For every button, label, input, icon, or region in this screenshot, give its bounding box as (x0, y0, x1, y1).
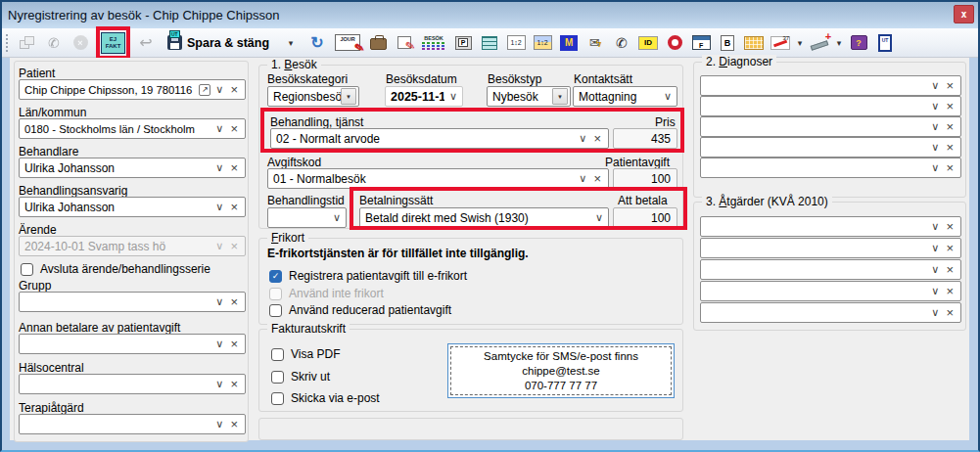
checkbox-checked-icon[interactable]: ✓ (269, 270, 282, 283)
clear-icon[interactable]: × (230, 338, 238, 350)
clear-icon[interactable]: × (946, 263, 954, 276)
checkbox-registrera-efrikort[interactable]: ✓ Registrera patientavgift till e-frikor… (269, 269, 467, 283)
schedule-grid-icon[interactable] (743, 31, 765, 55)
clear-icon[interactable]: × (230, 161, 238, 174)
clear-icon[interactable]: × (946, 161, 954, 174)
clear-icon[interactable]: × (230, 295, 238, 308)
chevron-down-icon[interactable]: ∨ (215, 161, 223, 174)
cancel-icon[interactable]: × (70, 31, 91, 55)
behandlare-combo[interactable]: Ulrika Johansson ∨ × (19, 158, 246, 178)
checkbox-visa-pdf[interactable]: Visa PDF (271, 347, 340, 361)
chevron-down-icon[interactable]: ∨ (931, 100, 939, 113)
clear-icon[interactable]: × (946, 285, 954, 297)
chevron-down-icon[interactable]: ∨ (931, 306, 939, 319)
send-message-icon[interactable]: ✉ϟ (584, 31, 606, 55)
chevron-down-icon[interactable]: ∨ (931, 220, 939, 233)
checkbox-icon[interactable] (271, 392, 284, 405)
thermometer-dropdown-arrow[interactable]: ▾ (796, 31, 804, 55)
ej-fakt-icon[interactable]: EJFAKT (101, 31, 125, 55)
chevron-down-icon[interactable]: ∨ (595, 211, 603, 224)
edit-note-icon[interactable]: ✎ (394, 31, 415, 55)
atgard-combo-4[interactable]: ∨× (700, 281, 961, 301)
behandlingsansvarig-combo[interactable]: Ulrika Johansson ∨ × (19, 197, 246, 217)
toolbar-grip[interactable] (6, 34, 10, 52)
clear-icon[interactable]: × (230, 378, 238, 390)
clear-icon[interactable]: × (230, 83, 238, 96)
close-button[interactable]: x (954, 5, 974, 23)
kontaktsatt-combo[interactable]: Mottagning ∨ (573, 86, 677, 107)
behandling-tjanst-combo[interactable]: 02 - Normalt arvode ∨ × (270, 128, 609, 149)
clear-icon[interactable]: × (230, 122, 238, 135)
chevron-down-icon[interactable]: ∨ (215, 418, 223, 430)
chevron-down-icon[interactable]: ∨ (215, 295, 223, 308)
thermometer-icon[interactable]: 37 (770, 31, 791, 55)
arende-combo[interactable]: 2024-10-01 Svamp tass hö ∨ × (19, 236, 246, 256)
checkbox-icon[interactable] (269, 304, 282, 317)
lan-kommun-combo[interactable]: 0180 - Stockholms län / Stockholm ∨ × (19, 118, 246, 139)
atgard-combo-5[interactable]: ∨× (700, 302, 961, 323)
checkbox-skriv-ut[interactable]: Skriv ut (271, 370, 330, 384)
besokstyp-combo[interactable]: Nybesök ▼ (487, 86, 571, 107)
besokskategori-combo[interactable]: Regionsbesök ▼ (267, 86, 359, 107)
chevron-down-icon[interactable]: ∨ (931, 79, 939, 92)
jour-journal-icon[interactable]: JOUR✎ (333, 31, 362, 55)
clear-icon[interactable]: × (593, 132, 601, 145)
id-icon[interactable]: ID (637, 31, 659, 55)
vaccination-dropdown-arrow[interactable]: ▾ (835, 31, 843, 55)
clear-icon[interactable]: × (230, 418, 238, 430)
behandlingstid-combo[interactable]: ∨ (267, 207, 347, 228)
chevron-down-icon[interactable]: ∨ (931, 242, 939, 254)
chevron-down-icon[interactable]: ∨ (579, 172, 586, 185)
clear-icon[interactable]: × (230, 201, 238, 213)
help-book-icon[interactable]: ? (848, 31, 869, 55)
p-folder-icon[interactable]: P (452, 31, 474, 55)
refresh-icon[interactable]: ↻ (306, 31, 328, 55)
dropdown-button-icon[interactable]: ▼ (552, 88, 568, 105)
save-dropdown-arrow[interactable]: ▾ (280, 31, 302, 55)
checkbox-icon[interactable] (271, 371, 284, 384)
patient-combo[interactable]: Chip Chippe Chipsson, 19 780116 ↗ ∨ × (19, 79, 246, 100)
chevron-down-icon[interactable]: ∨ (579, 132, 586, 145)
chevron-down-icon[interactable]: ∨ (931, 141, 939, 154)
sms-phone-icon[interactable]: ✆ (611, 31, 632, 55)
clear-icon[interactable]: × (946, 220, 954, 233)
exit-door-icon[interactable]: UT (874, 31, 896, 55)
checkbox-skicka-epost[interactable]: Skicka via e-post (271, 391, 380, 405)
clear-icon[interactable]: × (946, 242, 954, 254)
diagnos-combo-1[interactable]: ∨× (700, 75, 961, 96)
open-patient-external-icon[interactable]: ↗ (199, 84, 210, 96)
notes-icon[interactable] (479, 31, 500, 55)
return-icon[interactable]: ↩ (135, 31, 157, 55)
clear-icon[interactable]: × (946, 79, 954, 92)
clear-icon[interactable]: × (946, 120, 954, 133)
clear-icon[interactable]: × (593, 172, 601, 185)
m-module-icon[interactable]: M (558, 31, 580, 55)
annan-betalare-combo[interactable]: ∨ × (19, 334, 246, 354)
diagnos-combo-4[interactable]: ∨× (700, 137, 961, 158)
chevron-down-icon[interactable]: ∨ (664, 90, 672, 103)
contact-phone-icon[interactable]: ✆ (43, 31, 65, 55)
diagnos-combo-2[interactable]: ∨× (700, 96, 961, 116)
copy-visits-icon[interactable] (17, 31, 38, 55)
clear-icon[interactable]: × (946, 141, 954, 154)
sort-12-alt-icon[interactable]: 1↕2 (532, 31, 553, 55)
diagnos-combo-5[interactable]: ∨× (700, 158, 961, 178)
chevron-down-icon[interactable]: ∨ (215, 122, 223, 135)
checkbox-icon[interactable] (21, 263, 33, 276)
halsocentral-combo[interactable]: ∨ × (19, 374, 246, 394)
checkbox-reducerad-patientavgift[interactable]: Använd reducerad patientavgift (269, 303, 451, 317)
chevron-down-icon[interactable]: ∨ (931, 263, 939, 276)
betalningssatt-combo[interactable]: Betald direkt med Swish (1930) ∨ (359, 207, 609, 228)
chevron-down-icon[interactable]: ∨ (931, 285, 939, 297)
atgard-combo-1[interactable]: ∨× (700, 216, 961, 237)
dropdown-button-icon[interactable]: ▼ (341, 88, 356, 105)
sort-12-icon[interactable]: 1↕2 (505, 31, 527, 55)
atgard-combo-3[interactable]: ∨× (700, 259, 961, 280)
lifebuoy-icon[interactable] (664, 31, 685, 55)
chevron-down-icon[interactable]: ∨ (215, 378, 223, 390)
terapiatgard-combo[interactable]: ∨ × (19, 414, 246, 434)
atgard-combo-2[interactable]: ∨× (700, 238, 961, 258)
save-close-button[interactable]: UT Spara & stäng (162, 33, 275, 52)
diagnos-combo-3[interactable]: ∨× (700, 116, 961, 137)
besok-list-icon[interactable]: BESÖK (420, 31, 447, 55)
